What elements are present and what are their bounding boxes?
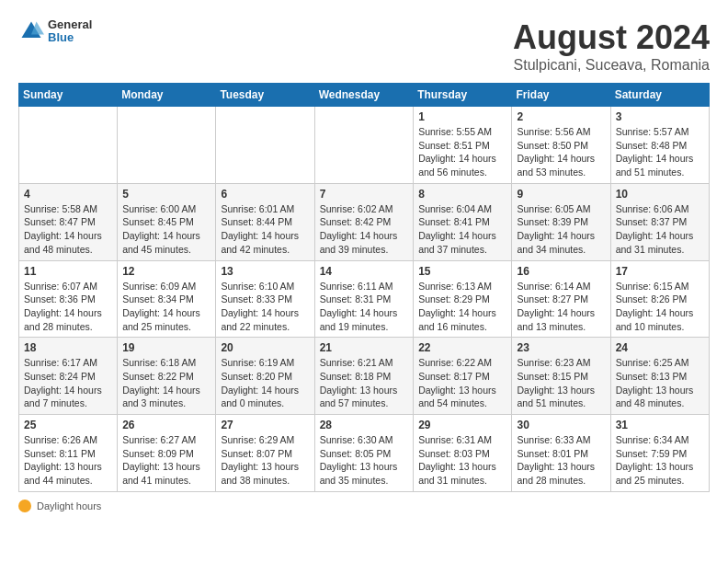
day-number: 20: [221, 341, 309, 354]
day-info: Sunrise: 6:34 AMSunset: 7:59 PMDaylight:…: [616, 433, 704, 488]
day-number: 16: [517, 265, 605, 278]
calendar-cell: 28Sunrise: 6:30 AMSunset: 8:05 PMDayligh…: [314, 415, 414, 492]
calendar-cell: [118, 107, 216, 184]
calendar-cell: 15Sunrise: 6:13 AMSunset: 8:29 PMDayligh…: [414, 260, 512, 338]
calendar-cell: 18Sunrise: 6:17 AMSunset: 8:24 PMDayligh…: [19, 338, 118, 415]
day-number: 23: [517, 341, 605, 354]
day-number: 8: [418, 188, 506, 201]
day-number: 5: [122, 188, 210, 201]
day-number: 18: [24, 341, 112, 354]
day-number: 28: [320, 419, 409, 431]
logo-blue: Blue: [48, 31, 92, 44]
day-info: Sunrise: 6:31 AMSunset: 8:03 PMDaylight:…: [418, 433, 506, 488]
day-info: Sunrise: 6:06 AMSunset: 8:37 PMDaylight:…: [616, 202, 704, 257]
day-info: Sunrise: 6:27 AMSunset: 8:09 PMDaylight:…: [122, 433, 210, 488]
calendar-cell: 20Sunrise: 6:19 AMSunset: 8:20 PMDayligh…: [216, 338, 314, 415]
day-info: Sunrise: 6:17 AMSunset: 8:24 PMDaylight:…: [24, 356, 112, 410]
day-number: 17: [616, 265, 704, 278]
calendar-cell: 19Sunrise: 6:18 AMSunset: 8:22 PMDayligh…: [118, 338, 216, 415]
calendar-cell: 14Sunrise: 6:11 AMSunset: 8:31 PMDayligh…: [314, 260, 414, 338]
day-info: Sunrise: 6:26 AMSunset: 8:11 PMDaylight:…: [24, 433, 112, 488]
day-info: Sunrise: 6:18 AMSunset: 8:22 PMDaylight:…: [122, 356, 210, 410]
day-info: Sunrise: 6:15 AMSunset: 8:26 PMDaylight:…: [616, 280, 704, 334]
calendar-cell: 30Sunrise: 6:33 AMSunset: 8:01 PMDayligh…: [512, 415, 610, 492]
weekday-header: Saturday: [610, 84, 709, 107]
calendar-week-row: 1Sunrise: 5:55 AMSunset: 8:51 PMDaylight…: [19, 107, 710, 184]
calendar-cell: 9Sunrise: 6:05 AMSunset: 8:39 PMDaylight…: [512, 183, 610, 260]
calendar-cell: 13Sunrise: 6:10 AMSunset: 8:33 PMDayligh…: [216, 260, 314, 338]
day-number: 9: [517, 188, 605, 201]
logo-text: General Blue: [48, 18, 92, 45]
day-number: 3: [616, 110, 704, 123]
calendar-cell: 21Sunrise: 6:21 AMSunset: 8:18 PMDayligh…: [314, 338, 414, 415]
calendar-cell: [216, 107, 314, 184]
calendar-cell: 26Sunrise: 6:27 AMSunset: 8:09 PMDayligh…: [118, 415, 216, 492]
calendar-cell: 29Sunrise: 6:31 AMSunset: 8:03 PMDayligh…: [414, 415, 512, 492]
day-number: 25: [24, 419, 112, 431]
calendar-cell: 6Sunrise: 6:01 AMSunset: 8:44 PMDaylight…: [216, 183, 314, 260]
day-info: Sunrise: 6:21 AMSunset: 8:18 PMDaylight:…: [320, 356, 409, 410]
day-number: 10: [616, 188, 704, 201]
calendar-cell: 10Sunrise: 6:06 AMSunset: 8:37 PMDayligh…: [610, 183, 709, 260]
calendar-week-row: 18Sunrise: 6:17 AMSunset: 8:24 PMDayligh…: [19, 338, 710, 415]
calendar-cell: 16Sunrise: 6:14 AMSunset: 8:27 PMDayligh…: [512, 260, 610, 338]
day-info: Sunrise: 6:23 AMSunset: 8:15 PMDaylight:…: [517, 356, 605, 410]
day-info: Sunrise: 6:10 AMSunset: 8:33 PMDaylight:…: [221, 280, 309, 334]
day-info: Sunrise: 5:57 AMSunset: 8:48 PMDaylight:…: [616, 125, 704, 179]
logo-icon: [18, 18, 44, 44]
calendar-cell: 5Sunrise: 6:00 AMSunset: 8:45 PMDaylight…: [118, 183, 216, 260]
weekday-header: Monday: [118, 84, 216, 107]
calendar-week-row: 11Sunrise: 6:07 AMSunset: 8:36 PMDayligh…: [19, 260, 710, 338]
day-number: 26: [122, 419, 210, 431]
day-info: Sunrise: 6:19 AMSunset: 8:20 PMDaylight:…: [221, 356, 309, 410]
day-info: Sunrise: 6:14 AMSunset: 8:27 PMDaylight:…: [517, 280, 605, 334]
calendar-table: SundayMondayTuesdayWednesdayThursdayFrid…: [18, 83, 710, 492]
calendar-cell: 31Sunrise: 6:34 AMSunset: 7:59 PMDayligh…: [610, 415, 709, 492]
day-number: 1: [418, 110, 506, 123]
day-number: 11: [24, 265, 112, 278]
day-number: 6: [221, 188, 309, 201]
day-number: 21: [320, 341, 409, 354]
day-info: Sunrise: 6:30 AMSunset: 8:05 PMDaylight:…: [320, 433, 409, 488]
weekday-header: Thursday: [414, 84, 512, 107]
day-number: 4: [24, 188, 112, 201]
month-title: August 2024: [513, 18, 710, 57]
day-info: Sunrise: 6:07 AMSunset: 8:36 PMDaylight:…: [24, 280, 112, 334]
day-info: Sunrise: 5:55 AMSunset: 8:51 PMDaylight:…: [418, 125, 506, 179]
day-number: 31: [616, 419, 704, 431]
day-info: Sunrise: 5:58 AMSunset: 8:47 PMDaylight:…: [24, 202, 112, 257]
day-info: Sunrise: 6:01 AMSunset: 8:44 PMDaylight:…: [221, 202, 309, 257]
calendar-cell: 4Sunrise: 5:58 AMSunset: 8:47 PMDaylight…: [19, 183, 118, 260]
calendar-cell: 24Sunrise: 6:25 AMSunset: 8:13 PMDayligh…: [610, 338, 709, 415]
weekday-header: Sunday: [19, 84, 118, 107]
day-number: 7: [320, 188, 409, 201]
calendar-cell: 12Sunrise: 6:09 AMSunset: 8:34 PMDayligh…: [118, 260, 216, 338]
calendar-cell: 8Sunrise: 6:04 AMSunset: 8:41 PMDaylight…: [414, 183, 512, 260]
calendar-cell: 25Sunrise: 6:26 AMSunset: 8:11 PMDayligh…: [19, 415, 118, 492]
day-info: Sunrise: 6:25 AMSunset: 8:13 PMDaylight:…: [616, 356, 704, 410]
day-info: Sunrise: 6:29 AMSunset: 8:07 PMDaylight:…: [221, 433, 309, 488]
day-info: Sunrise: 6:22 AMSunset: 8:17 PMDaylight:…: [418, 356, 506, 410]
day-info: Sunrise: 6:04 AMSunset: 8:41 PMDaylight:…: [418, 202, 506, 257]
day-number: 15: [418, 265, 506, 278]
calendar-cell: 3Sunrise: 5:57 AMSunset: 8:48 PMDaylight…: [610, 107, 709, 184]
day-info: Sunrise: 6:11 AMSunset: 8:31 PMDaylight:…: [320, 280, 409, 334]
logo: General Blue: [18, 18, 92, 45]
calendar-cell: 22Sunrise: 6:22 AMSunset: 8:17 PMDayligh…: [414, 338, 512, 415]
calendar-week-row: 25Sunrise: 6:26 AMSunset: 8:11 PMDayligh…: [19, 415, 710, 492]
calendar-cell: 11Sunrise: 6:07 AMSunset: 8:36 PMDayligh…: [19, 260, 118, 338]
day-number: 12: [122, 265, 210, 278]
calendar-cell: 17Sunrise: 6:15 AMSunset: 8:26 PMDayligh…: [610, 260, 709, 338]
calendar-cell: 7Sunrise: 6:02 AMSunset: 8:42 PMDaylight…: [314, 183, 414, 260]
calendar-cell: [19, 107, 118, 184]
day-info: Sunrise: 6:09 AMSunset: 8:34 PMDaylight:…: [122, 280, 210, 334]
logo-general: General: [48, 18, 92, 31]
day-info: Sunrise: 5:56 AMSunset: 8:50 PMDaylight:…: [517, 125, 605, 179]
footer-text: Daylight hours: [37, 500, 101, 511]
day-info: Sunrise: 6:33 AMSunset: 8:01 PMDaylight:…: [517, 433, 605, 488]
footer: Daylight hours: [18, 500, 710, 512]
day-info: Sunrise: 6:13 AMSunset: 8:29 PMDaylight:…: [418, 280, 506, 334]
day-number: 22: [418, 341, 506, 354]
calendar-week-row: 4Sunrise: 5:58 AMSunset: 8:47 PMDaylight…: [19, 183, 710, 260]
calendar-cell: [314, 107, 414, 184]
